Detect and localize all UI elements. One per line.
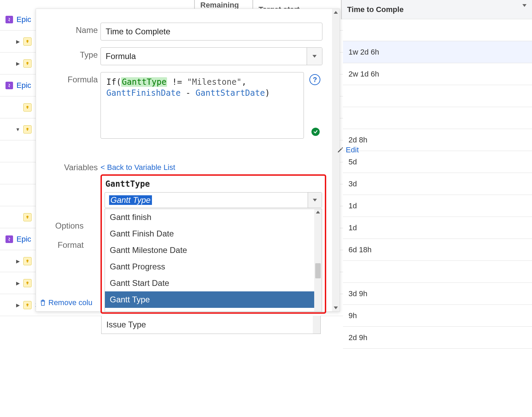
result-cell: 6d 18h bbox=[343, 239, 532, 261]
scroll-thumb[interactable] bbox=[315, 263, 321, 278]
formula-column-panel: Name Type Formula Formula If(GanttType !… bbox=[36, 9, 340, 312]
variable-field-dropdown: Gantt finishGantt Finish DateGantt Miles… bbox=[105, 209, 322, 312]
format-label: Format bbox=[58, 240, 84, 250]
options-label: Options bbox=[55, 221, 84, 231]
svg-point-8 bbox=[26, 216, 28, 218]
scroll-up-icon[interactable] bbox=[314, 209, 322, 215]
svg-point-12 bbox=[26, 281, 28, 283]
valid-icon bbox=[311, 128, 320, 136]
svg-rect-15 bbox=[27, 305, 28, 306]
svg-rect-1 bbox=[27, 42, 28, 43]
bulb-icon bbox=[23, 257, 32, 265]
type-label: Type bbox=[46, 47, 101, 60]
epic-icon bbox=[5, 235, 13, 243]
svg-rect-3 bbox=[27, 64, 28, 65]
svg-point-0 bbox=[26, 40, 28, 42]
variable-editor-highlight: GanttType Gantt Type Gantt finishGantt F… bbox=[101, 174, 326, 314]
svg-point-10 bbox=[26, 259, 28, 262]
dropdown-option[interactable]: Gantt Type bbox=[105, 291, 314, 308]
svg-point-6 bbox=[26, 128, 28, 130]
result-cell: 3d 9h bbox=[343, 283, 532, 305]
variable-field-dropdown-overflow: Issue Type bbox=[101, 316, 321, 334]
bulb-icon bbox=[23, 103, 32, 112]
dropdown-option[interactable]: Gantt Start Date bbox=[105, 275, 314, 291]
dropdown-option[interactable]: Gantt finish bbox=[105, 209, 314, 225]
result-cell bbox=[343, 85, 532, 107]
name-input[interactable] bbox=[101, 23, 322, 40]
remove-column-link[interactable]: Remove colu bbox=[39, 298, 92, 307]
svg-rect-13 bbox=[27, 283, 28, 284]
header-time-to-complete[interactable]: Time to Comple bbox=[342, 0, 532, 19]
chevron-down-icon[interactable] bbox=[308, 193, 322, 208]
arrow-right-icon[interactable]: ▶ bbox=[15, 280, 21, 286]
result-cell: 2d 8h bbox=[343, 129, 532, 151]
bulb-icon bbox=[23, 125, 32, 134]
trash-icon bbox=[39, 299, 46, 306]
result-cell: 1w 2d 6h bbox=[343, 41, 532, 63]
variable-name: GanttType bbox=[105, 179, 322, 189]
name-label: Name bbox=[46, 23, 101, 35]
svg-rect-5 bbox=[27, 108, 28, 108]
panel-scrollbar[interactable] bbox=[332, 9, 340, 311]
scroll-up-icon[interactable] bbox=[332, 9, 340, 16]
arrow-down-icon[interactable]: ▼ bbox=[15, 127, 21, 132]
result-cell: 1d bbox=[343, 195, 532, 217]
help-icon[interactable]: ? bbox=[309, 74, 320, 85]
result-cell bbox=[343, 19, 532, 41]
variable-field-selected: Gantt Type bbox=[109, 195, 152, 205]
bulb-icon bbox=[23, 213, 32, 221]
arrow-right-icon[interactable]: ▶ bbox=[15, 258, 21, 264]
dropdown-scrollbar[interactable] bbox=[314, 209, 322, 311]
time-to-complete-column: 1w 2d 6h 2w 1d 6h 2d 8h 5d 3d 1d 1d 6d 1… bbox=[343, 19, 532, 349]
bulb-icon bbox=[23, 279, 32, 287]
type-select[interactable]: Formula bbox=[101, 47, 322, 65]
type-select-value: Formula bbox=[106, 51, 136, 61]
bulb-icon bbox=[23, 59, 32, 68]
arrow-right-icon[interactable]: ▶ bbox=[15, 61, 21, 66]
bulb-icon bbox=[23, 37, 32, 46]
back-to-variables-link[interactable]: < Back to Variable List bbox=[101, 163, 175, 172]
svg-rect-11 bbox=[27, 262, 28, 262]
tree-label: Epic bbox=[16, 81, 31, 90]
dropdown-scrollbar[interactable] bbox=[313, 316, 320, 334]
result-cell: 5d bbox=[343, 151, 532, 173]
svg-rect-7 bbox=[27, 130, 28, 130]
dropdown-option[interactable]: Gantt Milestone Date bbox=[105, 242, 314, 258]
epic-icon bbox=[5, 82, 13, 89]
variable-field-select[interactable]: Gantt Type bbox=[105, 192, 322, 208]
svg-point-14 bbox=[26, 303, 28, 305]
result-cell bbox=[343, 261, 532, 283]
dropdown-option[interactable]: Issue Type bbox=[102, 316, 313, 334]
svg-rect-9 bbox=[27, 218, 28, 218]
bulb-icon bbox=[23, 301, 32, 309]
result-cell: 9h bbox=[343, 305, 532, 327]
variables-label: Variables bbox=[46, 163, 101, 172]
formula-editor[interactable]: If(GanttType != "Milestone", GanttFinish… bbox=[101, 72, 304, 139]
formula-label: Formula bbox=[46, 72, 101, 84]
chevron-down-icon bbox=[522, 7, 527, 12]
dropdown-option[interactable]: Gantt Finish Date bbox=[105, 225, 314, 242]
arrow-right-icon[interactable]: ▶ bbox=[15, 39, 21, 44]
result-cell: 1d bbox=[343, 217, 532, 239]
result-cell: 2d 9h bbox=[343, 327, 532, 349]
result-cell bbox=[343, 107, 532, 129]
result-cell: 2w 1d 6h bbox=[343, 63, 532, 85]
dropdown-option[interactable]: Gantt Progress bbox=[105, 258, 314, 275]
edit-formula-link[interactable]: Edit bbox=[337, 146, 359, 154]
pencil-icon bbox=[337, 147, 344, 153]
result-cell: 3d bbox=[343, 173, 532, 195]
svg-point-2 bbox=[26, 62, 28, 64]
scroll-down-icon[interactable] bbox=[332, 304, 340, 311]
tree-label: Epic bbox=[16, 235, 31, 244]
chevron-down-icon[interactable] bbox=[307, 48, 322, 65]
svg-point-4 bbox=[26, 106, 28, 108]
arrow-right-icon[interactable]: ▶ bbox=[15, 302, 21, 308]
